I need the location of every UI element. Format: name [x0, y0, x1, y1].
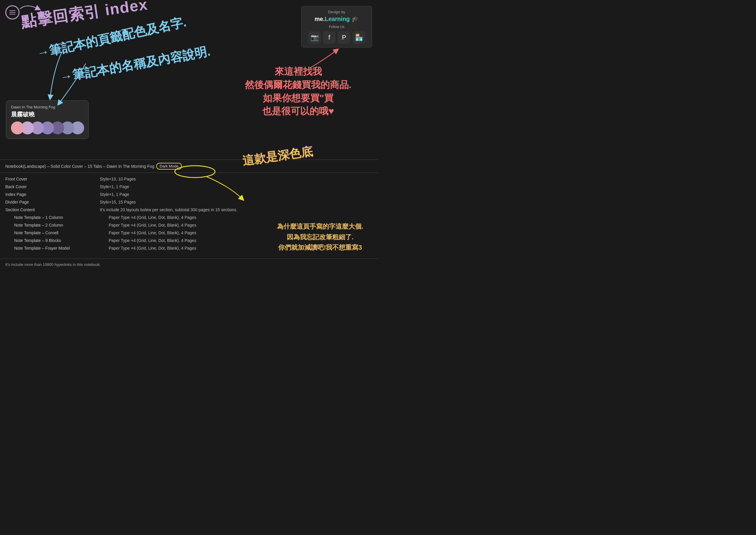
shop-icon[interactable]: 🏪 [353, 31, 365, 44]
design-brand-card: Design by me.Learning 🎓 Follow Us 📷 f P … [301, 6, 372, 47]
menu-icon[interactable] [5, 5, 19, 19]
facebook-icon[interactable]: f [323, 31, 336, 44]
follow-label: Follow Us [308, 25, 366, 29]
row-label: Note Template – 1 Column [14, 215, 109, 220]
top-annotation-area: 點擊回索引 index →筆記本的頁籤配色及名字. →筆記本的名稱及內容說明. … [0, 0, 378, 159]
content-table-area: Notebook(Landscape) – Solid Color Cover … [0, 159, 378, 270]
notebook-color-card: Dawn In The Morning Fog 晨霧破曉 [6, 100, 89, 139]
pinterest-icon[interactable]: P [338, 31, 350, 44]
social-icons-row: 📷 f P 🏪 [308, 31, 366, 44]
row-label: Index Page [5, 192, 100, 197]
row-label: Note Template – 2 Column [14, 223, 109, 227]
row-value: Style×15, 15 Pages [100, 200, 373, 205]
annotation-right-promo: 來這裡找我 然後偶爾花錢買我的商品. 如果你想要買"買 也是很可以的哦♥ [245, 65, 351, 118]
row-label: Note Template – Frayer Model [14, 246, 109, 250]
table-row: Back Cover Style×1, 1 Page [5, 183, 373, 190]
row-label: Divider Page [5, 200, 100, 205]
row-value: Style×1, 1 Page [100, 184, 373, 189]
notebook-card-title: Dawn In The Morning Fog [11, 105, 84, 109]
design-label: Design by [308, 10, 366, 14]
hamburger-lines [10, 10, 15, 14]
notebook-full-title: Notebook(Landscape) – Solid Color Cover … [5, 164, 154, 169]
footer-bar: It's include more than 10800 hyperlinks … [0, 259, 378, 270]
table-row-sub: Note Template – 1 Column Paper Type ×4 (… [5, 213, 373, 221]
dark-mode-badge: Dark Mode [156, 163, 182, 170]
bottom-right-annotation: 為什麼這頁手寫的字這麼大個. 因為我忘記改筆粗細了. 你們就加減讀吧!我不想重寫… [277, 221, 363, 253]
row-label: Front Cover [5, 177, 100, 182]
row-value: Style×10, 10 Pages [100, 177, 373, 182]
row-label: Section Content [5, 208, 100, 212]
notebook-title-bar: Notebook(Landscape) – Solid Color Cover … [0, 160, 378, 173]
table-row: Section Content It's include 20 layouts … [5, 206, 373, 213]
color-swatch-1 [11, 122, 24, 134]
row-label: Note Template – Cornell [14, 230, 109, 235]
table-row: Divider Page Style×15, 15 Pages [5, 198, 373, 206]
row-value: Style×1, 1 Page [100, 192, 373, 197]
notebook-color-palette [11, 122, 84, 134]
design-brand-name: me.Learning 🎓 [308, 15, 366, 22]
row-value: It's include 20 layouts bolew per sectio… [100, 208, 373, 212]
row-label: Back Cover [5, 184, 100, 189]
instagram-icon[interactable]: 📷 [308, 31, 321, 44]
table-row: Index Page Style×1, 1 Page [5, 190, 373, 198]
row-label: Note Template – 9 Blocks [14, 238, 109, 243]
footer-text: It's include more than 10800 hyperlinks … [5, 262, 101, 267]
row-value: Paper Type ×4 (Grid, Line, Dot, Blank), … [109, 215, 373, 220]
notebook-card-name: 晨霧破曉 [11, 110, 84, 119]
table-row: Front Cover Style×10, 10 Pages [5, 175, 373, 183]
